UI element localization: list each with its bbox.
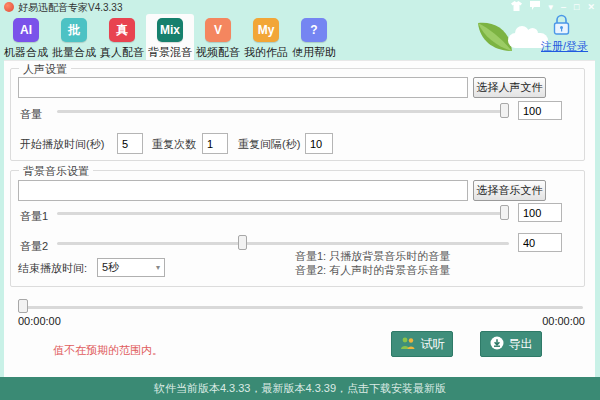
total-time: 00:00:00 [535,315,585,327]
error-message: 值不在预期的范围内。 [53,343,163,358]
end-time-dropdown[interactable]: 5秒 ▾ [97,258,165,277]
voice-volume-input[interactable] [518,101,562,120]
message-icon[interactable] [530,1,540,13]
repeat-interval-input[interactable] [305,133,333,154]
end-time-value: 5秒 [102,260,119,275]
tab-my-works[interactable]: My 我的作品 [242,14,290,60]
export-button-label: 导出 [509,336,533,353]
tab-label: 机器合成 [4,45,48,60]
preview-button-label: 试听 [421,336,445,353]
slider-thumb[interactable] [238,235,247,250]
tabbar: AI 机器合成 批 批量合成 真 真人配音 Mix 背景混音 V 视频配音 My… [2,14,338,60]
tab-label: 我的作品 [244,45,288,60]
tab-human-dubbing[interactable]: 真 真人配音 [98,14,146,60]
tab-video-dubbing-icon: V [205,18,231,42]
music-volume1-input[interactable] [518,203,562,222]
playback-progress-slider[interactable] [18,299,583,315]
tab-human-dubbing-icon: 真 [109,18,135,42]
end-time-label: 结束播放时间: [18,261,87,276]
tab-label: 真人配音 [100,45,144,60]
slider-track [18,306,583,309]
slider-thumb[interactable] [18,299,28,313]
voice-group-title: 人声设置 [19,62,71,77]
tab-label: 视频配音 [196,45,240,60]
slider-track [57,110,509,113]
volume-notes: 音量1: 只播放背景音乐时的音量 音量2: 有人声时的背景音乐音量 [295,249,450,277]
chevron-down-icon: ▾ [156,263,160,272]
volume1-note: 音量1: 只播放背景音乐时的音量 [295,249,450,263]
music-group-title: 背景音乐设置 [19,164,93,179]
slider-thumb[interactable] [500,205,509,220]
tab-batch-synthesis[interactable]: 批 批量合成 [50,14,98,60]
music-volume2-label: 音量2 [20,239,48,254]
tab-machine-synthesis-icon: AI [13,18,39,42]
repeat-count-label: 重复次数 [152,137,196,152]
tab-label: 批量合成 [52,45,96,60]
choose-music-file-button[interactable]: 选择音乐文件 [473,180,546,201]
music-file-input[interactable] [18,180,468,201]
status-bar[interactable]: 软件当前版本4.3.33，最新版本4.3.39，点击下载安装最新版 [0,377,600,400]
music-volume1-label: 音量1 [20,209,48,224]
voice-file-input[interactable] [18,77,468,98]
slider-thumb[interactable] [500,103,509,118]
version-status-text: 软件当前版本4.3.33，最新版本4.3.39，点击下载安装最新版 [154,381,446,396]
app-window: 好易迅配音专家V4.3.33 ▾ – □ ✕ AI 机器合成 批 批量合成 真 … [0,0,600,400]
volume2-note: 音量2: 有人声时的背景音乐音量 [295,263,450,277]
start-time-input[interactable] [117,133,143,154]
repeat-interval-label: 重复间隔(秒) [238,137,300,152]
tab-help[interactable]: ? 使用帮助 [290,14,338,60]
choose-voice-file-button[interactable]: 选择人声文件 [473,77,546,98]
music-volume1-slider[interactable] [57,205,509,221]
tab-my-works-icon: My [253,18,279,42]
current-time: 00:00:00 [18,315,61,327]
tab-background-mix-icon: Mix [157,18,183,42]
voice-volume-label: 音量 [20,107,42,122]
tab-machine-synthesis[interactable]: AI 机器合成 [2,14,50,60]
start-time-label: 开始播放时间(秒) [20,137,104,152]
tab-label: 使用帮助 [292,45,336,60]
preview-button[interactable]: 试听 [391,331,453,357]
lock-icon [553,14,570,40]
titlebar: 好易迅配音专家V4.3.33 ▾ – □ ✕ [0,0,600,14]
tab-label: 背景混音 [148,45,192,60]
slider-track [57,242,509,245]
preview-people-icon [400,337,416,352]
repeat-count-input[interactable] [202,133,228,154]
close-button[interactable]: ✕ [587,1,595,13]
tab-video-dubbing[interactable]: V 视频配音 [194,14,242,60]
app-icon [4,2,14,12]
skin-icon[interactable] [511,1,522,14]
voice-volume-slider[interactable] [57,103,509,119]
window-title: 好易迅配音专家V4.3.33 [18,1,122,15]
slider-track [57,212,509,215]
tab-help-icon: ? [301,18,327,42]
maximize-button[interactable]: □ [574,1,579,13]
tab-batch-synthesis-icon: 批 [61,18,87,42]
register-login-link[interactable]: 注册/登录 [541,39,588,54]
export-button[interactable]: 导出 [480,331,542,357]
music-volume2-input[interactable] [518,233,562,252]
minimize-button[interactable]: – [561,1,566,13]
export-download-icon [490,336,504,353]
tab-background-mix[interactable]: Mix 背景混音 [146,14,194,60]
menu-caret-icon[interactable]: ▾ [548,1,553,13]
